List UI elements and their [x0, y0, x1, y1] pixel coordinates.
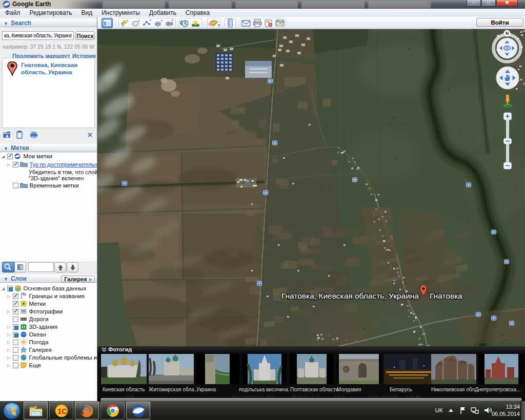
svg-text:✕: ✕	[87, 131, 93, 139]
svg-text:Гнатовка: Гнатовка	[430, 291, 462, 300]
svg-text:1C: 1C	[57, 407, 67, 415]
svg-text:+: +	[160, 18, 163, 23]
svg-text:+: +	[138, 18, 140, 23]
svg-text:N: N	[506, 31, 509, 36]
svg-text:+: +	[126, 18, 129, 23]
svg-text:+: +	[149, 18, 152, 23]
svg-text:Гнатовка, Киевская область, Ук: Гнатовка, Киевская область, Украина	[281, 291, 419, 300]
svg-text:+: +	[171, 18, 174, 23]
